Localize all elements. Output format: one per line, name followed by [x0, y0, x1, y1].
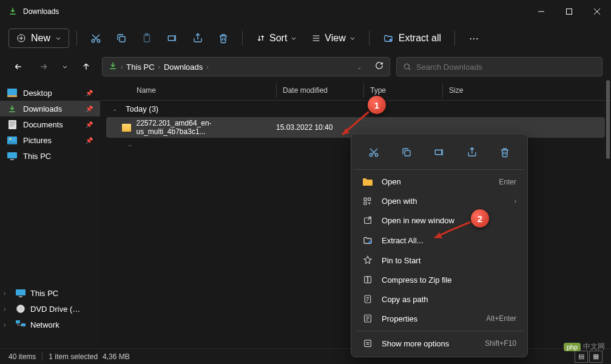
- arrow-1: [337, 109, 374, 140]
- column-date[interactable]: Date modified: [276, 83, 363, 98]
- column-headers[interactable]: Name Date modified Type Size: [100, 80, 611, 101]
- address-dropdown-icon[interactable]: ⌄: [357, 64, 362, 70]
- extract-all-button[interactable]: Extract all: [377, 29, 447, 47]
- delete-icon[interactable]: [494, 143, 516, 162]
- cut-icon[interactable]: [84, 28, 107, 49]
- svg-rect-31: [364, 202, 366, 204]
- svg-rect-15: [10, 126, 13, 126]
- scrollbar[interactable]: [606, 80, 610, 159]
- status-count: 40 items: [8, 352, 36, 361]
- svg-rect-12: [8, 120, 16, 129]
- share-icon[interactable]: [461, 143, 483, 162]
- svg-rect-29: [435, 150, 442, 155]
- minimize-button[interactable]: [527, 0, 555, 23]
- extract-icon: [362, 235, 373, 246]
- svg-rect-4: [120, 36, 125, 42]
- pin-icon: [362, 255, 373, 265]
- rename-icon[interactable]: [428, 143, 450, 162]
- sidebar-item-pictures[interactable]: Pictures📌: [0, 132, 100, 148]
- ctx-properties[interactable]: PropertiesAlt+Enter: [355, 309, 524, 328]
- pin-icon: 📌: [86, 90, 93, 96]
- pictures-icon: [7, 135, 17, 145]
- svg-rect-24: [16, 320, 20, 323]
- svg-point-34: [369, 241, 372, 244]
- more-options-icon: [362, 339, 373, 348]
- breadcrumb-item[interactable]: This PC: [126, 62, 154, 72]
- svg-point-23: [19, 308, 22, 310]
- ctx-more-options[interactable]: Show more optionsShift+F10: [355, 334, 524, 353]
- sidebar-tree-network[interactable]: ›Network: [0, 317, 100, 332]
- sidebar-item-desktop[interactable]: Desktop📌: [0, 85, 100, 101]
- window-title: Downloads: [23, 7, 59, 16]
- cut-icon[interactable]: [363, 143, 385, 162]
- view-dropdown[interactable]: View: [305, 29, 361, 47]
- extract-all-label: Extract all: [399, 33, 441, 44]
- pin-icon: 📌: [86, 106, 93, 112]
- rename-icon[interactable]: [161, 28, 184, 49]
- thispc-icon: [16, 288, 25, 298]
- network-icon: [16, 320, 25, 329]
- svg-rect-32: [368, 198, 371, 200]
- downloads-arrow-icon: [8, 7, 17, 17]
- callout-1: 1: [368, 96, 386, 114]
- svg-point-2: [92, 39, 95, 42]
- desktop-icon: [7, 88, 17, 98]
- up-button[interactable]: [76, 57, 96, 76]
- svg-rect-19: [10, 159, 14, 160]
- svg-rect-33: [365, 218, 371, 223]
- thumbnails-view-button[interactable]: ▦: [589, 351, 603, 363]
- share-icon[interactable]: [186, 28, 209, 49]
- copy-icon[interactable]: [396, 143, 417, 162]
- chevron-right-icon: ›: [206, 64, 208, 70]
- context-menu: OpenEnter Open with› Open in new window …: [351, 133, 528, 357]
- copy-icon[interactable]: [110, 28, 133, 49]
- column-size[interactable]: Size: [442, 83, 503, 98]
- close-button[interactable]: [583, 0, 611, 23]
- dvd-icon: [16, 304, 25, 314]
- svg-point-27: [375, 153, 378, 157]
- back-button[interactable]: [8, 57, 28, 76]
- ctx-open[interactable]: OpenEnter: [355, 172, 524, 191]
- ctx-compress[interactable]: Compress to Zip file: [355, 270, 524, 289]
- recent-dropdown[interactable]: [59, 57, 70, 76]
- sidebar-tree-thispc[interactable]: ›This PC: [0, 285, 100, 301]
- search-icon: [403, 62, 411, 71]
- delete-icon[interactable]: [212, 28, 235, 49]
- sidebar-item-thispc[interactable]: This PC: [0, 148, 100, 164]
- chevron-right-icon: ›: [121, 64, 123, 70]
- refresh-button[interactable]: [375, 61, 383, 72]
- details-view-button[interactable]: ▤: [575, 351, 588, 363]
- column-name[interactable]: Name: [100, 83, 276, 98]
- callout-2: 2: [471, 209, 489, 228]
- open-with-icon: [362, 196, 373, 206]
- svg-rect-0: [567, 9, 572, 15]
- search-input[interactable]: [416, 62, 596, 72]
- compress-icon: [362, 275, 373, 285]
- ctx-pin-start[interactable]: Pin to Start: [355, 251, 524, 270]
- new-button[interactable]: New: [8, 29, 69, 48]
- pin-icon: 📌: [86, 137, 93, 144]
- paste-icon[interactable]: [135, 28, 158, 49]
- svg-rect-18: [7, 152, 17, 158]
- svg-rect-7: [168, 36, 175, 41]
- sidebar-tree-dvd[interactable]: ›DVD Drive (D:) CC: [0, 301, 100, 317]
- column-type[interactable]: Type: [363, 83, 442, 98]
- svg-rect-13: [10, 122, 15, 123]
- downloads-arrow-icon: [109, 61, 117, 72]
- svg-rect-30: [364, 198, 366, 200]
- breadcrumb-item[interactable]: Downloads: [164, 62, 203, 72]
- maximize-button[interactable]: [555, 0, 583, 23]
- chevron-right-icon: ›: [158, 64, 160, 70]
- more-icon[interactable]: ⋯: [462, 28, 485, 49]
- sort-label: Sort: [269, 33, 287, 44]
- ctx-copy-path[interactable]: Copy as path: [355, 289, 524, 309]
- sidebar-item-downloads[interactable]: Downloads📌: [0, 101, 100, 116]
- sidebar-item-documents[interactable]: Documents📌: [0, 116, 100, 132]
- new-window-icon: [362, 215, 373, 225]
- sort-dropdown[interactable]: Sort: [250, 29, 303, 47]
- document-icon: [7, 120, 17, 129]
- ctx-open-with[interactable]: Open with›: [355, 191, 524, 211]
- forward-button[interactable]: [34, 57, 53, 76]
- view-label: View: [325, 33, 345, 44]
- breadcrumb[interactable]: This PC › Downloads ›: [126, 62, 353, 72]
